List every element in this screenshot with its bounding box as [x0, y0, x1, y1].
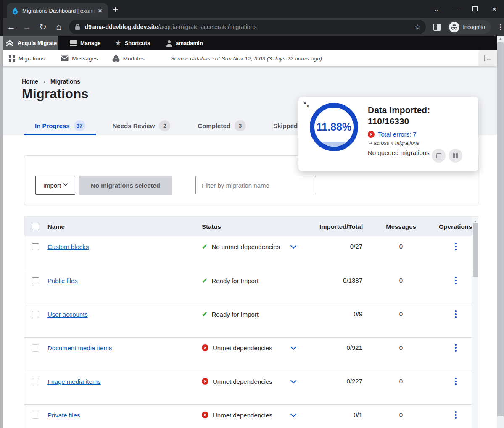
modules-nav-label: Modules — [123, 55, 145, 62]
scroll-up-icon[interactable]: ▲ — [497, 37, 504, 42]
error-icon: × — [202, 412, 208, 418]
table-row: Image media items × Unmet dependencies 0… — [24, 371, 478, 404]
breadcrumb-home-link[interactable]: Home — [22, 78, 38, 85]
incognito-label: Incognito — [463, 24, 485, 30]
migrations-table: Name Status Imported/Total Messages Oper… — [24, 216, 478, 428]
imported-total-value: 0/1 — [319, 410, 362, 420]
migrations-nav-item[interactable]: Migrations — [9, 55, 50, 62]
manage-label: Manage — [80, 40, 100, 46]
header-messages: Messages — [362, 222, 440, 232]
window-minimize-button[interactable]: – — [446, 5, 465, 13]
tab-label: Skipped — [273, 122, 298, 129]
pause-button[interactable] — [449, 149, 462, 163]
chevron-down-icon[interactable] — [290, 344, 296, 350]
select-all-checkbox[interactable] — [32, 223, 39, 230]
row-checkbox — [32, 344, 39, 352]
migration-name-link[interactable]: Image media items — [47, 378, 101, 385]
migration-name-link[interactable]: Public files — [47, 277, 78, 284]
table-row: Custom blocks ✔ No unmet dependencies 0/… — [24, 236, 478, 270]
modules-nav-item[interactable]: Modules — [112, 55, 150, 62]
chevron-down-icon[interactable] — [290, 411, 296, 417]
row-checkbox[interactable] — [32, 277, 39, 284]
total-errors-link[interactable]: Total errors: 7 — [378, 131, 417, 138]
back-icon[interactable]: ← — [3, 22, 19, 32]
window-chevron-icon[interactable]: ⌄ — [427, 5, 446, 13]
check-icon: ✔ — [202, 277, 207, 285]
imported-total-value: 0/227 — [319, 376, 362, 386]
progress-info: Data imported: 110/16330 × Total errors:… — [368, 104, 473, 156]
browser-tab[interactable]: Migrations Dashboard | example × — [7, 3, 108, 18]
window-close-button[interactable]: × — [485, 5, 504, 14]
row-checkbox[interactable] — [32, 243, 39, 250]
import-dropdown-button[interactable]: Import — [35, 176, 75, 195]
shortcuts-menu-item[interactable]: ★ Shortcuts — [115, 39, 150, 47]
tab-needs-review[interactable]: Needs Review 2 — [102, 116, 182, 135]
stop-button[interactable] — [432, 149, 446, 163]
progress-percent: 11.88% — [317, 121, 351, 133]
drupal-favicon — [12, 7, 18, 15]
tab-in-progress[interactable]: In Progress 37 — [24, 116, 96, 135]
tab-label: In Progress — [35, 122, 70, 129]
status-text: No unmet dependencies — [211, 243, 280, 250]
table-scrollbar-thumb[interactable] — [473, 223, 478, 277]
tab-bar: In Progress 37 Needs Review 2 Completed … — [24, 116, 314, 135]
messages-count: 0 — [362, 343, 440, 353]
tab-count-badge: 37 — [74, 120, 85, 131]
messages-nav-item[interactable]: Messages — [61, 55, 104, 62]
kebab-menu-icon[interactable] — [455, 410, 457, 420]
forward-icon[interactable]: → — [19, 22, 35, 32]
status-text: Unmet dependencies — [213, 344, 272, 352]
chevron-down-icon[interactable] — [290, 243, 296, 249]
imported-total-value: 0/1387 — [319, 276, 362, 286]
migration-name-link[interactable]: Document media items — [47, 344, 112, 352]
breadcrumb-current: Migrations — [50, 78, 80, 85]
user-menu-item[interactable]: amadamin — [166, 40, 203, 47]
page-title: Migrations — [22, 87, 89, 102]
status-text: Ready for Import — [211, 311, 259, 318]
new-tab-button[interactable]: + — [113, 5, 118, 14]
migration-name-link[interactable]: User accounts — [47, 311, 88, 318]
kebab-menu-icon[interactable] — [455, 276, 457, 285]
collapse-left-icon: ← — [484, 55, 492, 61]
scroll-up-icon[interactable]: ▲ — [472, 219, 478, 223]
header-name: Name — [47, 222, 202, 232]
migration-name-link[interactable]: Custom blocks — [47, 243, 89, 250]
url-host: d9ama-ddevblog.ddev.site — [84, 24, 158, 30]
window-maximize-button[interactable] — [465, 5, 485, 13]
row-checkbox[interactable] — [32, 311, 39, 318]
toolbar-collapse-button[interactable]: ← — [479, 50, 497, 66]
source-database-note: Source database of Sun Nov 12, 3:03 (3 d… — [171, 55, 322, 62]
tab-close-icon[interactable]: × — [98, 7, 102, 14]
error-icon: × — [202, 378, 208, 385]
kebab-menu-icon[interactable] — [455, 310, 457, 319]
browser-menu-icon[interactable]: ⋮ — [497, 23, 504, 32]
chevron-down-icon[interactable] — [290, 378, 296, 383]
bookmark-star-icon[interactable]: ☆ — [414, 23, 421, 32]
manage-menu-item[interactable]: Manage — [70, 40, 100, 46]
acquia-migrate-brand[interactable]: Acquia Migrate — [0, 36, 58, 50]
kebab-menu-icon[interactable] — [455, 343, 457, 352]
migration-name-link[interactable]: Private files — [47, 412, 80, 419]
incognito-badge: Incognito — [447, 20, 491, 34]
stop-icon — [436, 153, 441, 158]
error-icon: × — [368, 131, 375, 138]
messages-count: 0 — [362, 276, 440, 286]
tab-title: Migrations Dashboard | example — [22, 8, 96, 14]
url-bar[interactable]: d9ama-ddevblog.ddev.site/acquia-migrate-… — [69, 20, 426, 34]
url-path: /acquia-migrate-accelerate/migrations — [158, 24, 256, 30]
kebab-menu-icon[interactable] — [455, 242, 457, 251]
header-operations: Operations — [440, 222, 471, 232]
table-row: Private files × Unmet dependencies 0/1 0 — [24, 404, 478, 428]
migration-filter-input[interactable] — [195, 176, 316, 194]
home-icon[interactable]: ⌂ — [51, 22, 67, 32]
check-icon: ✔ — [202, 243, 207, 251]
resize-arrow-icon[interactable]: ↘ — [302, 100, 306, 105]
page-scrollbar-thumb[interactable] — [497, 42, 504, 416]
resize-arrow-icon[interactable]: ↖ — [306, 105, 310, 109]
reload-icon[interactable]: ↻ — [35, 22, 51, 32]
side-panel-icon[interactable] — [433, 24, 441, 31]
imported-total-value: 0/27 — [319, 242, 362, 252]
kebab-menu-icon[interactable] — [455, 377, 457, 386]
tab-completed[interactable]: Completed 3 — [187, 116, 257, 135]
admin-toolbar: Acquia Migrate Manage ★ Shortcuts amadam… — [0, 36, 504, 50]
